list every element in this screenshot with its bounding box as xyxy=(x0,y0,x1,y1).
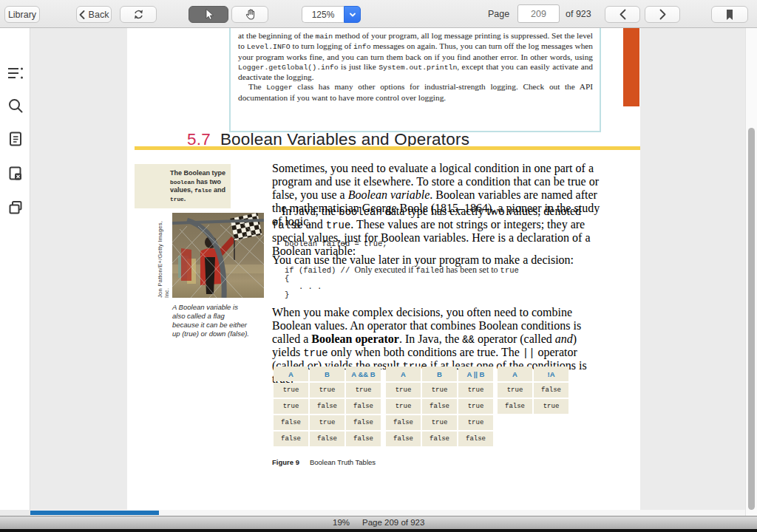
document-viewport[interactable]: at the beginning of the main method of y… xyxy=(30,28,745,510)
photo-caption: A Boolean variable is also called a flag… xyxy=(172,303,251,338)
pointer-tool-button[interactable] xyxy=(189,6,228,23)
zoom-level-value: 125% xyxy=(302,6,344,23)
status-bar: 19% Page 209 of 923 xyxy=(0,516,757,529)
refresh-icon xyxy=(133,9,144,20)
truth-table-not: A !A true false false true xyxy=(498,366,568,414)
table-cell: false xyxy=(498,399,532,414)
hand-tool-button[interactable] xyxy=(231,6,268,23)
paragraph-use-value: You can use the value later in your prog… xyxy=(272,253,601,267)
checkered-flag-photo xyxy=(172,213,264,298)
flashcards-icon xyxy=(7,200,24,216)
refresh-button[interactable] xyxy=(120,6,157,23)
horizontal-scrollbar[interactable] xyxy=(30,510,745,516)
library-button-label: Library xyxy=(8,10,36,20)
sidebar-item-flashcards[interactable] xyxy=(4,196,27,219)
table-cell: true xyxy=(498,383,532,398)
chevron-right-icon xyxy=(659,9,667,20)
table-header-cell: B xyxy=(310,366,344,381)
sidebar-item-contents[interactable] xyxy=(4,61,27,85)
table-cell: true xyxy=(310,383,344,398)
book-page: at the beginning of the main method of y… xyxy=(127,28,640,510)
chevron-left-icon xyxy=(619,9,627,20)
table-header-cell: B xyxy=(422,366,457,381)
table-cell: true xyxy=(386,399,421,414)
code-brace-close: } xyxy=(285,291,289,300)
table-cell: true xyxy=(310,415,344,430)
chevron-left-icon xyxy=(79,10,85,19)
hand-icon xyxy=(244,8,257,21)
chapter-edge-marker xyxy=(623,28,639,106)
table-cell: false xyxy=(274,415,308,430)
table-cell: false xyxy=(310,399,344,414)
code-ellipsis: . . . xyxy=(285,283,322,292)
bookmark-button[interactable] xyxy=(711,6,748,23)
figure-caption-text: Boolean Truth Tables xyxy=(310,458,376,466)
logging-note-box: at the beginning of the main method of y… xyxy=(229,28,601,132)
table-cell: true xyxy=(346,383,381,398)
table-cell: true xyxy=(274,383,308,398)
table-cell: false xyxy=(534,383,568,398)
chevron-down-icon xyxy=(348,10,357,19)
code-if-line: if (failed) // Only executed if failed h… xyxy=(285,266,519,276)
table-header-cell: !A xyxy=(534,366,568,381)
table-header-cell: A xyxy=(274,366,308,381)
table-header-cell: A xyxy=(498,366,532,381)
library-button[interactable]: Library xyxy=(4,6,40,23)
progress-percent: 19% xyxy=(333,518,350,527)
table-cell: false xyxy=(346,415,381,430)
table-cell: false xyxy=(386,415,421,430)
horizontal-scrollbar-thumb[interactable] xyxy=(30,511,159,515)
workbook-x-icon xyxy=(7,166,24,182)
table-cell: true xyxy=(422,383,457,398)
table-cell: true xyxy=(458,383,493,398)
page-label: Page xyxy=(488,0,509,28)
table-cell: false xyxy=(310,432,344,446)
table-cell: false xyxy=(346,399,381,414)
next-page-button[interactable] xyxy=(645,6,680,23)
table-header-cell: A && B xyxy=(346,366,381,381)
sidebar-item-workbook[interactable] xyxy=(4,162,27,185)
table-cell: false xyxy=(422,432,457,446)
table-cell: true xyxy=(274,399,308,414)
table-cell: true xyxy=(458,415,493,430)
sidebar xyxy=(0,28,30,510)
vertical-scrollbar-thumb[interactable] xyxy=(748,128,755,510)
vertical-scrollbar[interactable] xyxy=(745,28,757,516)
table-of-contents-icon xyxy=(7,65,24,81)
photo-credit: Jon Patton/E+/Getty Images, Inc. xyxy=(158,213,169,298)
notebook-icon xyxy=(7,131,24,147)
cursor-arrow-icon xyxy=(203,8,214,21)
zoom-level-control[interactable]: 125% xyxy=(302,6,361,23)
back-button-label: Back xyxy=(89,10,109,20)
truth-table-or: A B A || B true true true true false tru… xyxy=(386,366,493,446)
status-page-info: Page 209 of 923 xyxy=(362,518,424,527)
sidebar-item-notebook[interactable] xyxy=(4,127,27,151)
truth-table-and: A B A && B true true true true false fal… xyxy=(274,366,381,446)
table-cell: true xyxy=(422,415,457,430)
table-cell: false xyxy=(458,432,493,446)
table-cell: false xyxy=(422,399,457,414)
logging-paragraph-2: The Logger class has many other options … xyxy=(238,82,593,103)
section-divider-rule xyxy=(135,146,640,150)
logging-paragraph-1: at the beginning of the main method of y… xyxy=(238,31,593,82)
table-header-cell: A || B xyxy=(458,366,493,381)
table-cell: true xyxy=(534,399,568,414)
toolbar: Library Back 125% xyxy=(0,0,757,28)
margin-note: The Boolean type boolean has two values,… xyxy=(135,164,231,208)
prev-page-button[interactable] xyxy=(605,6,640,23)
zoom-dropdown-button[interactable] xyxy=(344,6,361,23)
sidebar-item-search[interactable] xyxy=(4,94,27,117)
table-cell: true xyxy=(458,399,493,414)
figure-label: Figure 9 xyxy=(272,458,299,466)
table-cell: false xyxy=(274,432,308,446)
search-icon xyxy=(7,98,24,114)
table-header-cell: A xyxy=(386,366,421,381)
bottom-edge-bar xyxy=(0,529,757,532)
table-cell: true xyxy=(386,383,421,398)
page-number-input[interactable] xyxy=(517,4,560,23)
back-button[interactable]: Back xyxy=(76,6,112,23)
code-declaration: boolean failed = true; xyxy=(285,240,387,249)
table-cell: false xyxy=(386,432,421,446)
paragraph-boolean-type: In Java, the boolean data type has exact… xyxy=(272,205,601,258)
page-total-label: of 923 xyxy=(566,0,591,28)
